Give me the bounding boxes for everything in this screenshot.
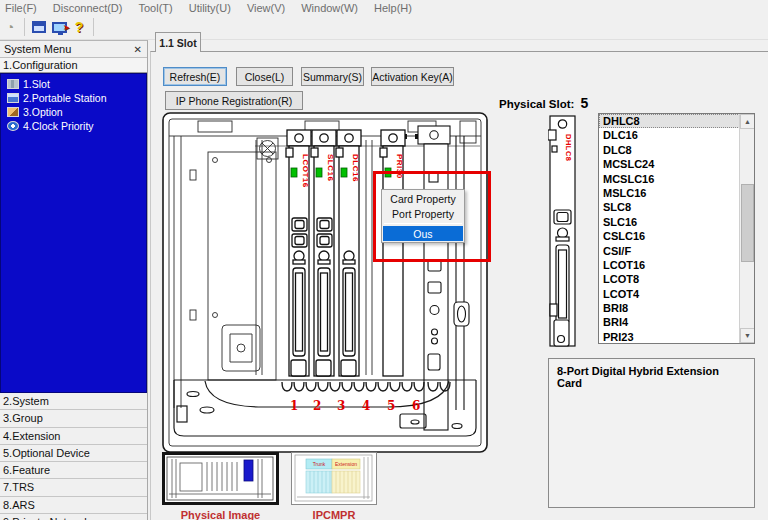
slot-number-1: 1 bbox=[290, 399, 298, 413]
scroll-down-icon[interactable]: ▼ bbox=[740, 328, 755, 343]
application-window: File(F)Disconnect(D)Tool(T)Utility(U)Vie… bbox=[0, 0, 768, 520]
sidebar-item-label: 2.Portable Station bbox=[23, 92, 106, 104]
card-type-list-item[interactable]: CSLC16 bbox=[599, 229, 754, 243]
card-type-list-item[interactable]: CSI/F bbox=[599, 244, 754, 258]
sidebar-section-item[interactable]: 2.System bbox=[0, 393, 147, 410]
selected-card-preview: DHLC8 bbox=[548, 112, 578, 350]
menu-item[interactable]: Help(H) bbox=[374, 2, 412, 14]
menu-item[interactable]: Window(W) bbox=[301, 2, 358, 14]
menu-item[interactable]: Utility(U) bbox=[189, 2, 231, 14]
configuration-submenu: 1.Slot 2.Portable Station 3.Option 4.Clo… bbox=[0, 73, 147, 393]
context-menu-item-card-property[interactable]: Card Property bbox=[383, 191, 463, 206]
card-type-list-item[interactable]: PRI23 bbox=[599, 330, 754, 344]
sidebar-item-label: 3.Option bbox=[23, 106, 63, 118]
sidebar-section-item[interactable]: 8.ARS bbox=[0, 497, 147, 514]
card-label: SLC16 bbox=[326, 154, 335, 181]
menu-item[interactable]: Tool(T) bbox=[138, 2, 172, 14]
scrollbar-thumb[interactable] bbox=[741, 184, 754, 262]
card-type-list-item[interactable]: MCSLC16 bbox=[599, 172, 754, 186]
close-icon[interactable]: ✕ bbox=[134, 44, 142, 55]
ip-phone-registration-button[interactable]: IP Phone Registration(R) bbox=[165, 91, 303, 110]
card-type-list-item[interactable]: BRI8 bbox=[599, 301, 754, 315]
activation-key-button[interactable]: Activation Key(A) bbox=[371, 67, 454, 86]
trunk-label: Trunk bbox=[313, 461, 326, 467]
sidebar-title: System Menu bbox=[4, 43, 71, 55]
card-type-list-item[interactable]: LCOT16 bbox=[599, 258, 754, 272]
slot-icon bbox=[7, 79, 19, 89]
sidebar: System Menu ✕ 1.Configuration 1.Slot 2.P… bbox=[0, 40, 148, 520]
slot-number-6: 6 bbox=[412, 399, 420, 413]
sidebar-item-portable-station[interactable]: 2.Portable Station bbox=[1, 91, 146, 104]
card-type-list-item[interactable]: LCOT4 bbox=[599, 287, 754, 301]
portable-station-icon bbox=[7, 93, 19, 103]
slot-number-3: 3 bbox=[337, 399, 345, 413]
physical-image-thumbnail-label[interactable]: Physical Image bbox=[162, 509, 279, 520]
ipcmpr-thumbnail[interactable]: Trunk Extension bbox=[291, 452, 377, 505]
slot-number-5: 5 bbox=[387, 399, 395, 413]
summary-button[interactable]: Summary(S) bbox=[301, 67, 364, 86]
card-type-list-item[interactable]: LCOT8 bbox=[599, 272, 754, 286]
card-type-list: DHLC8DLC16DLC8MCSLC24MCSLC16MSLC16SLC8SL… bbox=[598, 113, 755, 344]
sidebar-header: System Menu ✕ bbox=[0, 41, 147, 58]
card-type-list-item[interactable]: BRI4 bbox=[599, 315, 754, 329]
sidebar-section-item[interactable]: 7.TRS bbox=[0, 479, 147, 496]
toolbar-separator bbox=[24, 18, 25, 36]
sidebar-item-slot[interactable]: 1.Slot bbox=[1, 77, 146, 90]
card-type-list-item[interactable]: SLC16 bbox=[599, 215, 754, 229]
close-button[interactable]: Close(L) bbox=[236, 67, 293, 86]
card-description-box: 8-Port Digital Hybrid Extension Card bbox=[548, 358, 755, 508]
card-type-list-item[interactable]: DLC8 bbox=[599, 143, 754, 157]
card-type-list-item[interactable]: DHLC8 bbox=[599, 114, 754, 128]
sidebar-sections: 2.System3.Group4.Extension5.Optional Dev… bbox=[0, 393, 147, 520]
context-menu-separator bbox=[384, 223, 462, 224]
toolbar-separator bbox=[93, 18, 94, 36]
card-type-list-item[interactable]: SLC8 bbox=[599, 200, 754, 214]
card-label: LCOT16 bbox=[301, 154, 310, 188]
context-menu-item-ous[interactable]: Ous bbox=[383, 226, 463, 241]
physical-image-thumbnail[interactable] bbox=[162, 452, 279, 505]
ipcmpr-thumbnail-label[interactable]: IPCMPR bbox=[291, 509, 377, 520]
context-menu-item-port-property[interactable]: Port Property bbox=[383, 206, 463, 221]
physical-slot-value: 5 bbox=[580, 95, 588, 111]
sidebar-section-item[interactable]: 3.Group bbox=[0, 410, 147, 427]
sidebar-item-label: 1.Slot bbox=[23, 78, 50, 90]
sidebar-section-item[interactable]: 5.Optional Device bbox=[0, 445, 147, 462]
tab-1-1-slot[interactable]: 1.1 Slot bbox=[155, 32, 201, 52]
physical-slot-label: Physical Slot: bbox=[499, 98, 574, 110]
menu-item[interactable]: View(V) bbox=[247, 2, 285, 14]
sidebar-section-item[interactable]: 6.Feature bbox=[0, 462, 147, 479]
scrollbar[interactable]: ▲ ▼ bbox=[739, 114, 754, 343]
sidebar-item-option[interactable]: 3.Option bbox=[1, 105, 146, 118]
menu-item[interactable]: Disconnect(D) bbox=[53, 2, 123, 14]
sidebar-item-configuration[interactable]: 1.Configuration bbox=[0, 58, 147, 73]
card-description-text: 8-Port Digital Hybrid Extension Card bbox=[557, 365, 719, 389]
sidebar-item-label: 4.Clock Priority bbox=[23, 120, 94, 132]
toolbar: ◔ ? bbox=[0, 15, 768, 40]
card-slot-1[interactable]: LCOT16 bbox=[286, 130, 311, 376]
refresh-button[interactable]: Refresh(E) bbox=[163, 67, 227, 86]
option-icon bbox=[7, 107, 19, 117]
card-label: DLC16 bbox=[351, 154, 360, 182]
card-type-list-items: DHLC8DLC16DLC8MCSLC24MCSLC16MSLC16SLC8SL… bbox=[599, 114, 754, 344]
help-icon[interactable]: ? bbox=[69, 18, 89, 36]
clock-icon bbox=[7, 121, 19, 131]
sidebar-section-item[interactable]: 4.Extension bbox=[0, 428, 147, 445]
menu-item[interactable]: File(F) bbox=[5, 2, 37, 14]
sidebar-section-item[interactable]: 9.Private Network bbox=[0, 514, 147, 520]
card-slot-2[interactable]: SLC16 bbox=[311, 130, 336, 376]
card-type-list-item[interactable]: DLC16 bbox=[599, 128, 754, 142]
card-slot-3[interactable]: DLC16 bbox=[336, 130, 361, 376]
context-menu: Card Property Port Property Ous bbox=[381, 189, 465, 243]
connect-icon[interactable]: ◔ bbox=[0, 18, 20, 36]
slot-number-4: 4 bbox=[362, 399, 370, 413]
window-icon[interactable] bbox=[29, 18, 49, 36]
card-type-list-item[interactable]: MCSLC24 bbox=[599, 157, 754, 171]
slot-number-2: 2 bbox=[313, 399, 321, 413]
extension-label: Extension bbox=[335, 461, 357, 467]
menu-bar: File(F)Disconnect(D)Tool(T)Utility(U)Vie… bbox=[0, 0, 768, 15]
sidebar-item-clock-priority[interactable]: 4.Clock Priority bbox=[1, 119, 146, 132]
scroll-up-icon[interactable]: ▲ bbox=[740, 114, 755, 129]
cabinet-drawing: LCOT16 SLC16 DLC16 bbox=[160, 110, 490, 455]
card-slot-4[interactable]: PRI30 bbox=[380, 130, 405, 376]
card-type-list-item[interactable]: MSLC16 bbox=[599, 186, 754, 200]
